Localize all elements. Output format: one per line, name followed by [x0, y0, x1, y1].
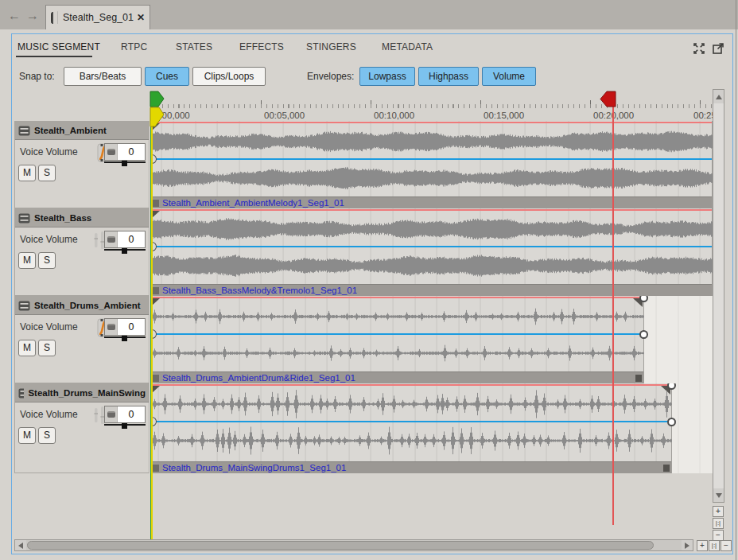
tempo-marker-flag[interactable]: [149, 107, 166, 127]
volume-envelope-line[interactable]: [151, 421, 671, 422]
tab-effects[interactable]: EFFECTS: [239, 41, 284, 52]
volume-knob-icon[interactable]: [105, 319, 118, 335]
snap-bars-beats-button[interactable]: Bars/Beats: [64, 67, 142, 86]
audio-clip[interactable]: Stealth_Drums_AmbientDrum&Ride1_Seg1_01: [151, 296, 644, 383]
envelope-lowpass-button[interactable]: Lowpass: [359, 67, 415, 86]
solo-button[interactable]: S: [38, 427, 56, 444]
exit-cue-line: [612, 107, 614, 525]
volume-envelope-line[interactable]: [151, 333, 643, 335]
track-title-bar[interactable]: Stealth_Bass: [15, 209, 149, 228]
clip-resize-handle[interactable]: [635, 375, 642, 382]
snap-clips-loops-button[interactable]: Clips/Loops: [192, 67, 266, 86]
mute-button[interactable]: M: [18, 165, 36, 181]
highpass-envelope-line[interactable]: [151, 122, 712, 123]
mute-button[interactable]: M: [18, 340, 36, 356]
tab-metadata[interactable]: METADATA: [382, 41, 433, 52]
track-title-bar[interactable]: Stealth_Ambient: [15, 122, 149, 140]
audio-clip[interactable]: Stealth_Drums_MainSwingDrums1_Seg1_01: [151, 383, 672, 473]
volume-envelope-end-point[interactable]: [667, 418, 676, 426]
clip-handle[interactable]: [153, 200, 159, 207]
scroll-left-icon[interactable]: [15, 540, 26, 550]
slider-thumb[interactable]: [122, 423, 127, 429]
volume-knob-icon[interactable]: [105, 406, 118, 422]
solo-button[interactable]: S: [38, 340, 56, 356]
tab-states[interactable]: STATES: [176, 41, 212, 52]
volume-envelope-end-point[interactable]: [639, 330, 648, 339]
track-title-bar[interactable]: Stealth_Drums_MainSwing: [15, 384, 149, 402]
clip-label-bar[interactable]: Stealth_Drums_MainSwingDrums1_Seg1_01: [151, 461, 671, 473]
window-edge: [736, 0, 736, 560]
track-lane: Stealth_Drums_MainSwingDrums1_Seg1_01: [150, 383, 713, 473]
voice-volume-label: Voice Volume: [20, 146, 78, 158]
horizontal-scrollbar-thumb[interactable]: [27, 541, 654, 550]
document-tab[interactable]: Stealth_Seg_01 ✕: [45, 5, 150, 29]
voice-volume-field[interactable]: 0: [104, 406, 146, 423]
clip-label-bar[interactable]: Stealth_Bass_BassMelody&Tremolo1_Seg1_01: [151, 284, 712, 296]
volume-envelope-line[interactable]: [151, 158, 712, 160]
slider-thumb[interactable]: [122, 248, 127, 254]
entry-cue-flag[interactable]: [149, 90, 166, 108]
slider-thumb[interactable]: [122, 336, 127, 341]
tab-music-segment[interactable]: MUSIC SEGMENT: [17, 41, 100, 52]
voice-volume-field[interactable]: 0: [104, 231, 146, 248]
maximize-view-icon[interactable]: [692, 41, 706, 56]
track-header: Stealth_Drums_Ambient Voice Volume 0 M S: [14, 296, 150, 383]
mute-button[interactable]: M: [18, 427, 36, 444]
highpass-envelope-line[interactable]: [151, 384, 671, 386]
horizontal-zoom-in-button[interactable]: +: [697, 540, 708, 551]
horizontal-zoom-out-button[interactable]: −: [721, 540, 732, 551]
tab-rtpc[interactable]: RTPC: [121, 41, 147, 52]
vertical-zoom-in-button[interactable]: +: [713, 506, 724, 517]
audio-clip[interactable]: Stealth_Bass_BassMelody&Tremolo1_Seg1_01: [151, 208, 713, 296]
close-icon[interactable]: ✕: [137, 12, 145, 23]
envelope-volume-button[interactable]: Volume: [482, 67, 536, 86]
timeline-ruler[interactable]: 0:00,00000:05,00000:10,00000:15,00000:20…: [150, 89, 713, 121]
track-header: Stealth_Ambient Voice Volume 0 M S: [14, 121, 150, 208]
slider-thumb[interactable]: [122, 161, 127, 166]
voice-volume-slider[interactable]: [104, 424, 146, 426]
voice-volume-slider[interactable]: [104, 161, 146, 163]
horizontal-zoom-fit-button[interactable]: |:|: [709, 540, 720, 551]
vertical-zoom-out-button[interactable]: −: [713, 530, 724, 541]
solo-button[interactable]: S: [38, 252, 56, 269]
clip-handle[interactable]: [153, 375, 159, 382]
clip-handle[interactable]: [153, 465, 159, 472]
vertical-zoom-fit-button[interactable]: |:|: [713, 518, 724, 529]
scroll-down-icon[interactable]: [713, 488, 724, 502]
highpass-envelope-line[interactable]: [151, 297, 643, 298]
voice-volume-value[interactable]: 0: [118, 409, 145, 420]
volume-envelope-line[interactable]: [151, 246, 712, 247]
exit-cue-flag[interactable]: [598, 90, 617, 108]
track-icon: [18, 301, 30, 311]
voice-volume-field[interactable]: 0: [104, 318, 146, 336]
voice-volume-value[interactable]: 0: [118, 321, 145, 332]
clip-handle[interactable]: [153, 287, 159, 294]
volume-knob-icon[interactable]: [105, 144, 118, 160]
waveform-channel-right: [151, 163, 713, 193]
snap-cues-button[interactable]: Cues: [145, 67, 189, 86]
vertical-scrollbar[interactable]: [713, 89, 724, 503]
horizontal-scrollbar[interactable]: [14, 539, 693, 551]
envelope-highpass-button[interactable]: Highpass: [418, 67, 479, 86]
forward-arrow-icon[interactable]: →: [25, 8, 41, 24]
solo-button[interactable]: S: [38, 165, 56, 181]
back-arrow-icon[interactable]: ←: [6, 8, 22, 24]
open-in-new-window-icon[interactable]: [711, 41, 725, 56]
clip-label-bar[interactable]: Stealth_Drums_AmbientDrum&Ride1_Seg1_01: [151, 371, 643, 383]
voice-volume-slider[interactable]: [104, 336, 146, 338]
track-title-bar[interactable]: Stealth_Drums_Ambient: [15, 297, 149, 315]
scroll-right-icon[interactable]: [682, 540, 693, 550]
voice-volume-value[interactable]: 0: [118, 146, 145, 158]
tab-stingers[interactable]: STINGERS: [306, 41, 356, 52]
clip-label-bar[interactable]: Stealth_Ambient_AmbientMelody1_Seg1_01: [151, 196, 712, 208]
mute-button[interactable]: M: [18, 252, 36, 269]
audio-clip[interactable]: Stealth_Ambient_AmbientMelody1_Seg1_01: [151, 121, 713, 208]
voice-volume-value[interactable]: 0: [118, 234, 145, 245]
voice-volume-field[interactable]: 0: [104, 143, 146, 161]
scroll-up-icon[interactable]: [713, 90, 724, 103]
volume-knob-icon[interactable]: [105, 231, 118, 247]
ruler-label: 00:15,000: [484, 111, 524, 120]
voice-volume-slider[interactable]: [104, 249, 146, 251]
highpass-envelope-line[interactable]: [151, 209, 712, 211]
clip-resize-handle[interactable]: [663, 465, 670, 472]
